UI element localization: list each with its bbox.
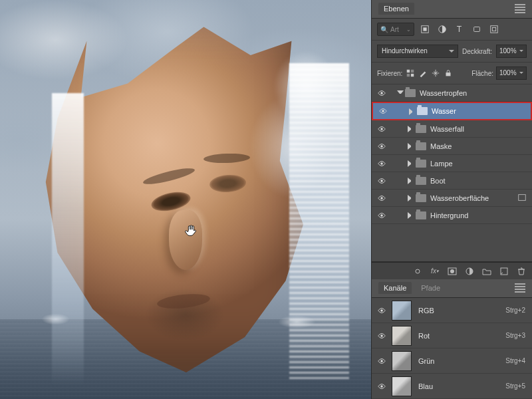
disclosure-closed-icon[interactable] [408, 126, 414, 132]
layer-row-wasserfall[interactable]: Wasserfall [372, 120, 532, 138]
disclosure-closed-icon[interactable] [408, 178, 414, 184]
opacity-field[interactable]: 100% [496, 45, 527, 58]
new-layer-icon[interactable] [499, 266, 509, 277]
disclosure-closed-icon[interactable] [409, 108, 416, 115]
layer-name: Maske [430, 142, 452, 150]
filter-shape-icon[interactable] [470, 23, 483, 36]
visibility-toggle-icon[interactable] [372, 124, 392, 134]
channels-list[interactable]: RGBStrg+2RotStrg+3GrünStrg+4BlauStrg+5 [372, 298, 532, 399]
disclosure-closed-icon[interactable] [408, 195, 414, 201]
layer-name: Wasseroberfläche [430, 194, 489, 202]
visibility-toggle-icon[interactable] [372, 356, 392, 366]
tab-channels[interactable]: Kanäle [378, 282, 412, 294]
disclosure-closed-icon[interactable] [408, 212, 414, 219]
disclosure-open-icon[interactable] [397, 90, 404, 97]
layer-filter-label: Art [390, 26, 399, 33]
new-group-icon[interactable] [481, 266, 492, 277]
channel-row-rot[interactable]: RotStrg+3 [372, 323, 532, 348]
fill-label: Fläche: [471, 70, 493, 77]
visibility-toggle-icon[interactable] [372, 88, 392, 98]
blend-mode-dropdown[interactable]: Hindurchwirken [377, 45, 458, 58]
channel-name: Blau [418, 382, 505, 390]
layer-row-boot[interactable]: Boot [372, 172, 532, 190]
layer-mask-icon[interactable] [447, 266, 458, 277]
layer-fx-icon[interactable]: fx▾ [430, 266, 440, 277]
channel-shortcut: Strg+4 [505, 357, 525, 364]
disclosure-closed-icon[interactable] [408, 143, 414, 150]
canvas-viewport[interactable] [0, 0, 371, 399]
lock-position-icon[interactable] [430, 68, 441, 78]
channel-shortcut: Strg+5 [505, 382, 525, 390]
layers-footer: fx▾ [372, 262, 532, 279]
lock-transparency-icon[interactable] [405, 68, 416, 78]
channel-row-blau[interactable]: BlauStrg+5 [372, 374, 532, 399]
lock-all-icon[interactable] [443, 68, 454, 78]
hand-tool-cursor [184, 223, 198, 238]
svg-rect-10 [407, 74, 410, 76]
channel-shortcut: Strg+3 [505, 332, 525, 339]
layers-list[interactable]: WassertropfenWasserWasserfallMaskeLampeB… [372, 84, 532, 239]
disclosure-closed-icon[interactable] [408, 160, 414, 167]
layer-filter-kind[interactable]: 🔍 Art ⌄ [377, 23, 414, 36]
channel-name: RGB [418, 307, 505, 315]
filter-pixel-icon[interactable] [418, 23, 432, 36]
svg-rect-4 [474, 27, 480, 32]
layer-name: Lampe [430, 160, 453, 168]
lock-pixels-icon[interactable] [418, 68, 428, 78]
visibility-toggle-icon[interactable] [372, 211, 392, 220]
tab-layers[interactable]: Ebenen [378, 3, 414, 15]
layer-thumbnail-icon [517, 193, 527, 203]
panel-menu-icon[interactable] [515, 3, 525, 15]
svg-rect-19 [519, 194, 526, 200]
visibility-toggle-icon[interactable] [372, 306, 392, 315]
visibility-toggle-icon[interactable] [372, 176, 392, 186]
channel-thumbnail [392, 326, 412, 346]
channel-name: Grün [418, 357, 505, 365]
layer-row-hintergrund[interactable]: Hintergrund [372, 207, 532, 224]
layer-row-wassertropfen[interactable]: Wassertropfen [372, 84, 532, 102]
folder-icon [416, 160, 426, 168]
folder-icon [417, 107, 428, 115]
channel-row-grün[interactable]: GrünStrg+4 [372, 348, 532, 374]
filter-adjustment-icon[interactable] [436, 23, 449, 36]
svg-rect-8 [411, 74, 414, 76]
visibility-toggle-icon[interactable] [372, 159, 392, 168]
channel-row-rgb[interactable]: RGBStrg+2 [372, 298, 532, 323]
opacity-label: Deckkraft: [462, 48, 492, 55]
delete-layer-icon[interactable] [516, 266, 527, 277]
composite-waterfall-right [289, 63, 349, 382]
layer-row-lampe[interactable]: Lampe [372, 155, 532, 172]
visibility-toggle-icon[interactable] [372, 142, 392, 151]
layers-panel-tabbar: Ebenen [372, 0, 532, 19]
visibility-toggle-icon[interactable] [372, 382, 392, 391]
svg-point-22 [450, 269, 454, 273]
folder-icon [416, 142, 426, 150]
layer-name: Boot [430, 177, 446, 185]
layer-row-wasseroberfläche[interactable]: Wasseroberfläche [372, 190, 532, 207]
layers-filter-bar: 🔍 Art ⌄ T [372, 19, 532, 41]
filter-smartobject-icon[interactable] [487, 23, 501, 36]
svg-point-16 [380, 162, 383, 165]
svg-rect-1 [423, 27, 426, 31]
visibility-toggle-icon[interactable] [372, 194, 392, 203]
folder-icon [416, 177, 426, 185]
svg-point-17 [380, 180, 383, 182]
folder-icon [416, 125, 426, 133]
svg-point-12 [380, 92, 383, 94]
svg-rect-6 [492, 27, 495, 31]
layer-row-wasser[interactable]: Wasser [372, 102, 532, 120]
svg-point-15 [380, 145, 383, 148]
layer-row-maske[interactable]: Maske [372, 138, 532, 155]
panel-menu-icon[interactable] [515, 282, 525, 294]
svg-rect-7 [407, 70, 410, 72]
tab-paths[interactable]: Pfade [416, 282, 446, 294]
layers-empty-area[interactable] [372, 239, 532, 262]
visibility-toggle-icon[interactable] [372, 331, 392, 340]
adjustment-layer-icon[interactable] [464, 266, 475, 277]
svg-rect-11 [446, 72, 451, 76]
visibility-toggle-icon[interactable] [373, 106, 393, 116]
composite-waterfall-left [52, 93, 84, 386]
fill-field[interactable]: 100% [496, 66, 527, 80]
link-layers-icon[interactable] [412, 266, 423, 277]
filter-text-icon[interactable]: T [453, 23, 466, 36]
